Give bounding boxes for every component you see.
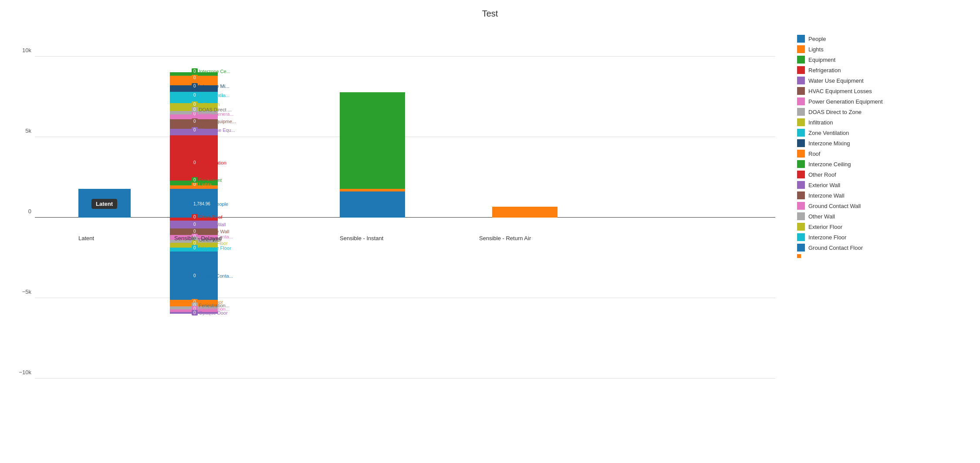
legend-color-otherroof — [797, 171, 805, 178]
grid-line-neg5k — [35, 298, 775, 298]
legend-item-hvac: HVAC Equipment Losses — [797, 87, 971, 95]
delayed-zone-label: 0 Zone Ventila... — [192, 92, 230, 98]
legend-label-roof: Roof — [808, 151, 820, 157]
legend-item-equipment: Equipment — [797, 56, 971, 64]
delayed-interceil-label: 0 Interzone Ce... — [192, 68, 230, 74]
legend-label-people: People — [808, 36, 826, 42]
legend-item-interzonemi: Interzone Mixing — [797, 139, 971, 147]
delayed-interzonefloor-label: 0 Interzone Floor — [192, 245, 231, 251]
legend-item-extwall: Exterior Wall — [797, 181, 971, 189]
x-label-latent: Latent — [78, 235, 94, 242]
legend-label-infiltration: Infiltration — [808, 119, 833, 126]
delayed-roof-label: 0 Roof — [192, 75, 209, 81]
delayed-wateruse-label: 0 Water Use Equ... — [192, 127, 235, 133]
legend-item-roof: Roof — [797, 150, 971, 158]
legend-color-interceil — [797, 160, 805, 168]
legend-item-wateruse: Water Use Equipment — [797, 77, 971, 84]
legend-item-otherroof: Other Roof — [797, 171, 971, 178]
grid-line-5k — [35, 137, 775, 137]
legend-item-interceil: Interzone Ceiling — [797, 160, 971, 168]
legend-color-intwall — [797, 191, 805, 199]
legend-item-power: Power Generation Equipment — [797, 97, 971, 105]
returnair-bar — [492, 207, 558, 218]
legend-item-infiltration: Infiltration — [797, 118, 971, 126]
chart-container: Test 10k 5k 0 −5k −10k Latent Latent — [0, 0, 980, 463]
legend-label-zone: Zone Ventilation — [808, 130, 849, 136]
y-label-neg10k: −10k — [19, 369, 35, 376]
legend-label-wateruse: Water Use Equipment — [808, 77, 864, 84]
legend-label-extwall: Exterior Wall — [808, 182, 840, 188]
legend-color-intfloor — [797, 233, 805, 241]
legend-label-power: Power Generation Equipment — [808, 98, 883, 105]
y-label-5k: 5k — [25, 127, 35, 134]
zero-line — [35, 217, 775, 218]
legend-item-lights: Lights — [797, 45, 971, 53]
legend-label-equipment: Equipment — [808, 57, 835, 63]
legend-color-power — [797, 97, 805, 105]
chart-area: 10k 5k 0 −5k −10k Latent Latent — [35, 22, 775, 413]
legend-label-doas: DOAS Direct to Zone — [808, 109, 862, 115]
x-label-sensible-delayed: Sensible - Delayed — [174, 235, 222, 242]
legend-item-otherfloor — [797, 254, 971, 258]
delayed-interzonemi-label: 0 Interzone Mi... — [192, 83, 229, 89]
legend-item-intfloor: Interzone Floor — [797, 233, 971, 241]
delayed-opaquedoor-label: 0 Opaque Door — [192, 310, 228, 315]
legend-color-refrigeration — [797, 66, 805, 74]
legend-item-refrigeration: Refrigeration — [797, 66, 971, 74]
legend-color-groundwall — [797, 202, 805, 210]
x-label-return-air: Sensible - Return Air — [479, 235, 531, 242]
grid-line-10k — [35, 56, 775, 57]
legend-item-people: People — [797, 35, 971, 43]
legend-label-otherwall: Other Wall — [808, 213, 835, 220]
latent-tooltip: Latent — [91, 199, 117, 209]
chart-title: Test — [0, 0, 980, 19]
legend-label-interzonemi: Interzone Mixing — [808, 140, 850, 147]
legend-color-otherwall — [797, 212, 805, 220]
delayed-infiltration-label: 0 Infiltration — [192, 101, 220, 107]
instant-orange-strip — [340, 189, 405, 191]
delayed-exteriorwall-label: 0 Exterior Wall — [192, 221, 226, 227]
delayed-refrigeration-bar — [170, 135, 218, 181]
legend-label-groundwall: Ground Contact Wall — [808, 203, 861, 209]
legend-item-extfloor: Exterior Floor — [797, 223, 971, 231]
legend-color-interzonemi — [797, 139, 805, 147]
legend-item-otherwall: Other Wall — [797, 212, 971, 220]
x-label-sensible-instant: Sensible - Instant — [340, 235, 383, 242]
legend-color-lights — [797, 45, 805, 53]
legend-label-intfloor: Interzone Floor — [808, 234, 846, 241]
delayed-hvac-label: 0 HVAC Equipme... — [192, 118, 236, 124]
legend-color-extwall — [797, 181, 805, 189]
legend-label-extfloor: Exterior Floor — [808, 224, 842, 230]
legend-item-intwall: Interzone Wall — [797, 191, 971, 199]
y-label-0: 0 — [28, 208, 35, 215]
legend-color-otherfloor — [797, 254, 801, 258]
legend-label-interceil: Interzone Ceiling — [808, 161, 851, 168]
legend-label-hvac: HVAC Equipment Losses — [808, 88, 872, 94]
legend-color-people — [797, 35, 805, 43]
legend-color-extfloor — [797, 223, 805, 231]
legend-item-groundwall: Ground Contact Wall — [797, 202, 971, 210]
delayed-refrigeration-label: 0 Refrigeration — [192, 160, 226, 165]
instant-people-bar — [340, 189, 405, 218]
legend-color-equipment — [797, 56, 805, 64]
y-label-neg5k: −5k — [22, 289, 35, 295]
legend-label-groundfloor: Ground Contact Floor — [808, 245, 863, 251]
legend-label-refrigeration: Refrigeration — [808, 67, 841, 74]
legend-color-hvac — [797, 87, 805, 95]
legend-item-doas: DOAS Direct to Zone — [797, 108, 971, 116]
legend-label-lights: Lights — [808, 46, 824, 53]
legend-label-otherroof: Other Roof — [808, 171, 836, 178]
legend-color-doas — [797, 108, 805, 116]
delayed-groundcontafloor-label: 0 Ground Conta... — [192, 273, 233, 278]
legend-item-groundfloor: Ground Contact Floor — [797, 244, 971, 252]
legend-color-wateruse — [797, 77, 805, 84]
legend-color-roof — [797, 150, 805, 158]
delayed-equipment-label: 0 Equipment — [192, 177, 222, 183]
legend-color-zone — [797, 129, 805, 137]
y-label-10k: 10k — [22, 47, 35, 54]
delayed-doas-label: 0 DOAS Direct ... — [192, 107, 232, 112]
legend: People Lights Equipment Refrigeration Wa… — [797, 35, 971, 261]
legend-item-zone: Zone Ventilation — [797, 129, 971, 137]
legend-color-groundfloor — [797, 244, 805, 252]
legend-label-intwall: Interzone Wall — [808, 192, 845, 199]
